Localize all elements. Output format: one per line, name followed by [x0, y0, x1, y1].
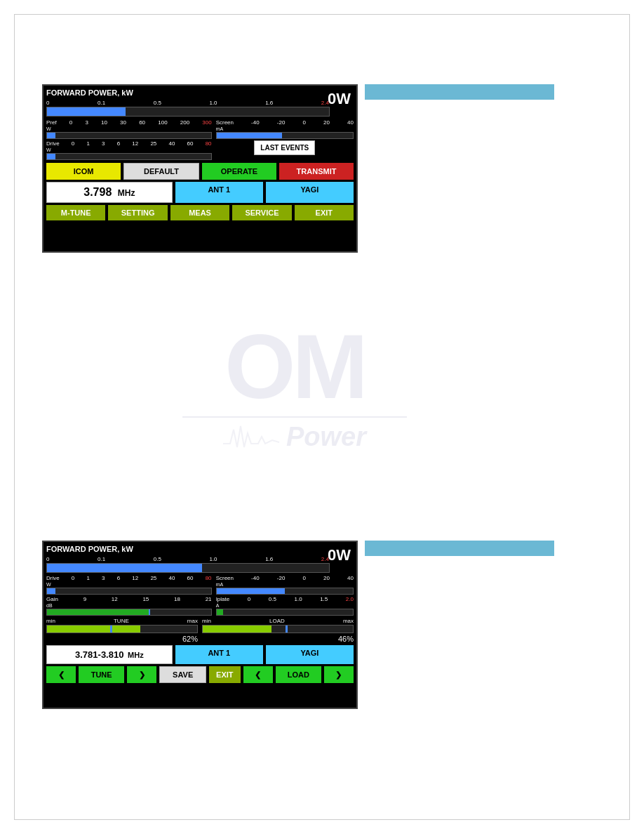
fw-label-0: 0 — [46, 100, 49, 106]
control-btn-row: ICOM DEFAULT OPERATE TRANSMIT — [46, 163, 354, 180]
exit-button-top[interactable]: EXIT — [295, 205, 354, 220]
freq-value: 3.798 — [83, 186, 112, 198]
pref-10: 10 — [101, 119, 107, 126]
iplate-lbl: Iplate — [216, 596, 230, 602]
screen-n40: -40 — [251, 119, 260, 126]
drive2-fill — [47, 588, 55, 594]
fw-label-01: 0.1 — [98, 100, 105, 106]
drive-lbl: Drive — [46, 140, 60, 147]
yagi-display: YAGI — [266, 182, 354, 203]
drive-40: 40 — [169, 140, 175, 147]
drive-fill — [47, 154, 55, 159]
screen-40: 40 — [347, 119, 354, 126]
iplate-20: 2.0 — [346, 596, 354, 602]
screen2-section: Screen -40 -20 0 20 40 mA — [216, 575, 354, 595]
fw2-label-10: 1.0 — [209, 556, 217, 562]
iplate-15: 1.5 — [320, 596, 328, 602]
panel-top-power-display: 0W — [328, 90, 351, 108]
transmit-button[interactable]: TRANSMIT — [279, 163, 354, 180]
drive-25: 25 — [150, 140, 156, 147]
load-marker — [286, 626, 288, 633]
pref-100: 100 — [158, 119, 167, 126]
freq2-display: 3.781-3.810 MHz — [46, 645, 173, 664]
freq-unit: MHz — [118, 188, 135, 198]
fw2-bar-track — [46, 563, 330, 573]
load-pct: 46% — [202, 635, 354, 643]
drive2-12: 12 — [132, 575, 138, 581]
fw2-label-0: 0 — [46, 556, 49, 562]
screen2-20: 20 — [323, 575, 330, 581]
service-button[interactable]: SERVICE — [232, 205, 291, 220]
meas-button[interactable]: MEAS — [170, 205, 229, 220]
fw-bar-fill — [47, 107, 126, 116]
gain-21: 21 — [206, 596, 212, 602]
icom-button[interactable]: ICOM — [46, 163, 121, 180]
drive2-60: 60 — [187, 575, 194, 581]
drive-3: 3 — [102, 140, 105, 147]
tune-left-button[interactable]: ❮ — [46, 666, 76, 683]
gain-marker — [149, 609, 150, 615]
fw-label-16: 1.6 — [265, 100, 273, 106]
operate-button[interactable]: OPERATE — [202, 163, 276, 180]
freq2-unit: MHz — [128, 651, 144, 659]
load-fill — [203, 626, 271, 633]
fw2-bar-fill — [47, 564, 202, 572]
screen-fill — [217, 133, 282, 138]
drive2-3: 3 — [102, 575, 105, 581]
pref-fill — [47, 133, 55, 138]
fw-bar-track — [46, 107, 330, 117]
default-button[interactable]: DEFAULT — [123, 163, 199, 180]
load-left-button[interactable]: ❮ — [243, 666, 273, 683]
mtune-button[interactable]: M-TUNE — [46, 205, 105, 220]
pref-section: Pref 0 3 10 30 60 100 200 300 W — [46, 119, 212, 139]
pref-300: 300 — [202, 119, 211, 126]
screen-20: 20 — [323, 119, 330, 126]
tune-max-lbl: max — [187, 618, 198, 624]
drive2-track — [46, 588, 212, 595]
last-events-container[interactable]: LAST EVENTS — [216, 140, 354, 155]
load-button[interactable]: LOAD — [276, 666, 321, 683]
tune-right-button[interactable]: ❯ — [127, 666, 156, 683]
load-track — [202, 625, 354, 633]
exit-button-bottom[interactable]: EXIT — [209, 666, 241, 683]
drive2-25: 25 — [150, 575, 156, 581]
screen2-fill — [217, 588, 285, 594]
fw-label-05: 0.5 — [154, 100, 161, 106]
setting-button[interactable]: SETTING — [108, 205, 167, 220]
iplate-fill — [217, 609, 224, 615]
blue-bar-top — [365, 84, 554, 100]
load-min-lbl: min — [202, 618, 211, 624]
tune-min-lbl: min — [46, 618, 55, 624]
pref-track — [46, 132, 212, 139]
gain-lbl: Gain — [46, 596, 58, 602]
drive-section: Drive 0 1 3 6 12 25 40 60 80 W — [46, 140, 212, 160]
panel-top-inner: FORWARD POWER, kW 0W 0 0.1 0.5 1.0 1.6 2… — [46, 88, 354, 249]
screen2-track — [216, 588, 354, 595]
drive-12: 12 — [132, 140, 138, 147]
drive2-section: Drive 0 1 3 6 12 25 40 60 80 W — [46, 575, 212, 595]
pref-0: 0 — [69, 119, 72, 126]
drive2-40: 40 — [169, 575, 175, 581]
screen2-unit: mA — [216, 582, 354, 587]
pref-30: 30 — [120, 119, 126, 126]
iplate-section: Iplate 0 0.5 1.0 1.5 2.0 A — [216, 596, 354, 616]
panel-top-title: FORWARD POWER, kW — [46, 88, 133, 97]
load-max-lbl: max — [343, 618, 354, 624]
drive2-6: 6 — [117, 575, 120, 581]
ant2-display: ANT 1 — [175, 645, 263, 664]
gain-section: Gain 9 12 15 18 21 dB — [46, 596, 212, 616]
panel-bottom: FORWARD POWER, kW 0W 0 0.1 0.5 1.0 1.6 2… — [42, 541, 358, 709]
screen2-n40: -40 — [251, 575, 260, 581]
pref-3: 3 — [85, 119, 88, 126]
tune-button[interactable]: TUNE — [79, 666, 124, 683]
pref-label: Pref — [46, 119, 57, 126]
load-right-button[interactable]: ❯ — [324, 666, 354, 683]
screen-lbl: Screen — [216, 119, 234, 126]
drive-0: 0 — [72, 140, 74, 147]
save-button[interactable]: SAVE — [159, 666, 206, 683]
tune-section: min TUNE max 62% — [46, 618, 198, 643]
last-events-button[interactable]: LAST EVENTS — [254, 140, 315, 155]
fw-label-10: 1.0 — [209, 100, 217, 106]
drive2-0: 0 — [72, 575, 74, 581]
gain-9: 9 — [83, 596, 86, 602]
